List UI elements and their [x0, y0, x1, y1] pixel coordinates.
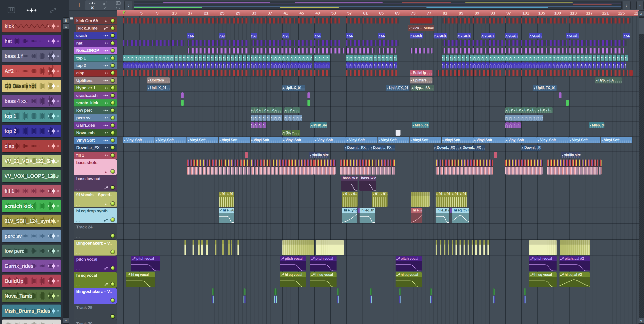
- bingo-chip-clip[interactable]: [436, 240, 438, 255]
- chip-clip-top-2[interactable]: ▸: [605, 63, 608, 68]
- mute-led[interactable]: [111, 266, 114, 270]
- chip-clip-top-1[interactable]: ▸: [529, 55, 533, 61]
- chip-clip-perc-sv[interactable]: ▸: [270, 115, 274, 121]
- audio-clip-vinyl-soft[interactable]: ▸Vinyl Soft: [314, 137, 346, 143]
- chip-clip-top-2[interactable]: ▸: [207, 63, 210, 68]
- track-header-pitch-vocal[interactable]: pitch vocal...: [74, 256, 117, 272]
- chip-clip-top-2[interactable]: ▸: [510, 63, 513, 68]
- bingo-chip-clip[interactable]: [201, 240, 203, 255]
- chip-clip-top-1[interactable]: ▸: [147, 55, 151, 61]
- chip-clip-top-1[interactable]: ▸: [577, 55, 580, 61]
- automation-icon[interactable]: [102, 1, 109, 5]
- chip-clip-top-1[interactable]: ▸: [294, 55, 298, 61]
- chip-clip-top-1[interactable]: ▸: [254, 55, 258, 61]
- chip-clip-garri-des[interactable]: ▸: [254, 122, 258, 128]
- pattern-clip-nois-drop[interactable]: [378, 48, 396, 54]
- chip-clip-top-2[interactable]: ▸: [310, 63, 312, 68]
- cell-clip-l-[interactable]: ▸l..: [274, 107, 282, 113]
- track-options-dots[interactable]: ...: [76, 235, 80, 239]
- cut-icon[interactable]: ×: [89, 6, 96, 10]
- automation-clip-hi-e-ynth[interactable]: hi e..ynth: [342, 208, 357, 223]
- chip-clip-top-2[interactable]: ▸: [521, 63, 525, 68]
- picker-item-perc-sv[interactable]: perc sv: [2, 230, 61, 242]
- bingo-chip-clip[interactable]: [448, 240, 450, 255]
- chip-clip-top-2[interactable]: ▸: [549, 63, 553, 68]
- chip-clip-perc-sv[interactable]: ▸: [541, 115, 543, 121]
- audio-clip-cr-[interactable]: ▸cr..: [282, 33, 289, 39]
- picker-item-top-2[interactable]: top 2: [2, 125, 61, 137]
- chip-clip-top-2[interactable]: ▸: [298, 63, 302, 68]
- track-lane[interactable]: [117, 304, 639, 320]
- chip-clip-perc-sv[interactable]: ▸: [296, 115, 300, 121]
- chip-clip-top-2[interactable]: ▸: [215, 63, 218, 68]
- chip-clip-top-2[interactable]: ▸: [234, 63, 238, 68]
- track-header-91vocals-speed-[interactable]: 91Vocals – Speed.....▲: [74, 192, 117, 207]
- chip-clip-top-2[interactable]: ▸: [231, 63, 234, 68]
- bass-shots-clip[interactable]: [314, 160, 336, 175]
- chip-clip-top-2[interactable]: ▸: [143, 63, 147, 68]
- audio-clip-mish-des[interactable]: ▸Mish..des: [589, 122, 604, 128]
- chip-clip-top-2[interactable]: ▸: [454, 63, 457, 68]
- chip-clip-top-1[interactable]: ▸: [505, 55, 509, 61]
- track-lane[interactable]: [117, 84, 639, 92]
- chip-clip-top-1[interactable]: ▸: [541, 55, 545, 61]
- mini-clip-scratc-kick[interactable]: [566, 100, 568, 106]
- audio-clip-vinyl-soft[interactable]: ▸Vinyl Soft: [123, 137, 154, 143]
- track-options-dots[interactable]: ...: [76, 219, 80, 223]
- chip-clip-top-1[interactable]: ▸: [521, 55, 525, 61]
- mini-clip-crash-atch[interactable]: [559, 92, 561, 98]
- pattern-clip-nois-drop[interactable]: [314, 48, 376, 54]
- chip-clip-top-2[interactable]: ▸: [270, 63, 274, 68]
- audio-clip-skrilla-siren[interactable]: ▸skrilla siren: [309, 152, 328, 158]
- pattern-clip-kick-gm-6a[interactable]: [346, 18, 399, 24]
- pattern-clip-hat[interactable]: [442, 40, 503, 46]
- chip-clip-top-2[interactable]: ▸: [565, 63, 569, 68]
- slide-icon[interactable]: [102, 6, 109, 10]
- chip-clip-top-2[interactable]: ▸: [597, 63, 600, 68]
- picker-item-a-2[interactable]: A#2: [2, 65, 61, 77]
- chip-clip-top-1[interactable]: ▸: [470, 55, 473, 61]
- chip-clip-top-2[interactable]: ▸: [290, 63, 294, 68]
- pattern-clip-clap[interactable]: [123, 70, 185, 76]
- chip-clip-top-2[interactable]: ▸: [238, 63, 242, 68]
- chip-clip-top-2[interactable]: ▸: [625, 63, 626, 68]
- automation-clip-pitch-cal-#2[interactable]: pitch..cal #2: [560, 256, 590, 271]
- chip-clip-top-1[interactable]: ▸: [446, 55, 449, 61]
- bingo-chip-clip[interactable]: [460, 240, 461, 255]
- chip-clip-top-2[interactable]: ▸: [322, 63, 326, 68]
- chip-clip-top-1[interactable]: ▸: [131, 55, 135, 61]
- automation-clip-hi-eq-th-#2[interactable]: hi eq..th #2: [360, 208, 375, 223]
- audio-clip-vinyl-soft[interactable]: ▸Vinyl Soft: [410, 137, 441, 143]
- chip-clip-perc-sv[interactable]: ▸: [510, 115, 513, 121]
- audio-clip-tab[interactable]: [26, 6, 37, 15]
- chip-clip-top-2[interactable]: ▸: [203, 63, 206, 68]
- chip-clip-top-1[interactable]: ▸: [486, 55, 489, 61]
- mute-led[interactable]: [111, 27, 114, 30]
- chip-clip-perc-sv[interactable]: ▸: [505, 115, 509, 121]
- chip-clip-top-1[interactable]: ▸: [442, 55, 445, 61]
- bingo2-chip-clip[interactable]: [212, 288, 214, 303]
- track-header-downl-r-fx[interactable]: Downl..r_FX: [74, 144, 117, 151]
- pattern-clip-clap[interactable]: [187, 70, 249, 76]
- audio-clip-downl-fx[interactable]: ▸Downl.._FX: [344, 145, 370, 151]
- picker-item-top-1[interactable]: top 1: [2, 110, 61, 122]
- mini-clip-scratc-kick[interactable]: [181, 100, 184, 106]
- chip-clip-top-1[interactable]: ▸: [573, 55, 576, 61]
- audio-clip-uplifters[interactable]: ▸Uplifters: [147, 77, 170, 83]
- chip-clip-top-2[interactable]: ▸: [247, 63, 250, 68]
- stretch-icon[interactable]: [115, 6, 122, 10]
- chip-clip-top-1[interactable]: ▸: [378, 55, 382, 61]
- track-options-dots[interactable]: ...: [76, 299, 80, 303]
- mute-led[interactable]: [111, 234, 114, 238]
- vocal-cell-header[interactable]: ▸91..: [436, 192, 443, 196]
- chip-clip-top-1[interactable]: ▸: [581, 55, 584, 61]
- track-lane[interactable]: [117, 175, 639, 191]
- track-options-dots[interactable]: ...: [76, 186, 80, 190]
- mini-clip-fill-1[interactable]: [494, 152, 497, 158]
- bingo-chip-clip[interactable]: [222, 240, 224, 255]
- pattern-clip-nois-drop[interactable]: [187, 48, 249, 54]
- collapse-triangle-icon[interactable]: ▲: [103, 19, 108, 23]
- track-header-perc-sv[interactable]: perc sv: [74, 114, 117, 121]
- track-options-dots[interactable]: ...: [76, 267, 80, 271]
- vocal-cell-header[interactable]: ▸91..: [227, 192, 234, 196]
